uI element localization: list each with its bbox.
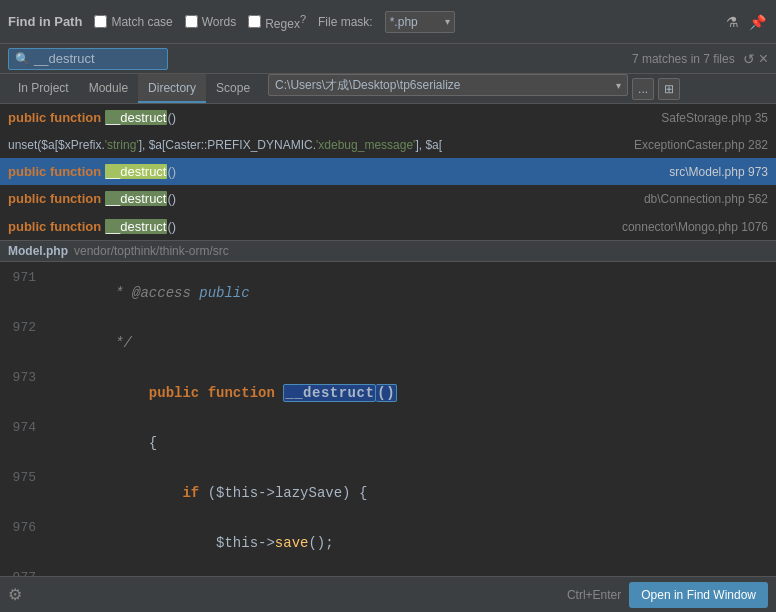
result-text: public function __destruct() [8,217,176,237]
gear-icon[interactable]: ⚙ [8,585,22,604]
tab-directory-label: Directory [148,81,196,95]
result-keyword: public function [8,191,105,206]
line-num: 971 [0,270,48,285]
result-filename: src\Model.php 973 [669,163,768,181]
result-item[interactable]: public function __destruct() SafeStorage… [0,104,776,132]
file-path-bar: Model.php vendor/topthink/think-orm/src [0,241,776,262]
toolbar-title: Find in Path [8,14,82,29]
regex-checkbox[interactable] [248,15,261,28]
file-path-rest: vendor/topthink/think-orm/src [74,244,229,258]
tab-in-project[interactable]: In Project [8,74,79,103]
line-num: 973 [0,370,48,385]
path-grid-button[interactable]: ⊞ [658,78,680,100]
result-highlight: __destruct [105,219,168,234]
match-case-checkbox[interactable] [94,15,107,28]
path-input[interactable]: C:\Users\才成\Desktop\tp6serialize ▾ [268,74,628,96]
result-keyword: public function [8,164,105,179]
result-filename: connector\Mongo.php 1076 [622,218,768,236]
close-icon[interactable]: × [759,50,768,68]
code-line-974: 974 { [0,418,776,468]
result-highlight: __destruct [105,164,168,179]
match-search-box[interactable]: 🔍 __destruct [8,48,168,70]
search-value: __destruct [34,51,95,66]
result-text: public function __destruct() [8,189,176,209]
toolbar-icons: ⚗ 📌 [724,12,768,32]
code-line-975: 975 if ($this->lazySave) { [0,468,776,518]
words-label: Words [202,15,236,29]
match-case-label: Match case [111,15,172,29]
result-item[interactable]: public function __destruct() src\Model.p… [0,158,776,186]
code-line-971: 971 * @access public [0,268,776,318]
toolbar: Find in Path Match case Words Regex? Fil… [0,0,776,44]
result-text: public function __destruct() [8,108,176,128]
path-dropdown-icon: ▾ [616,80,621,91]
code-line-973: 973 public function __destruct() [0,368,776,418]
result-keyword: public function [8,110,105,125]
line-num: 976 [0,520,48,535]
path-dots-button[interactable]: ... [632,78,654,100]
result-paren: () [167,164,176,179]
tabs-row: In Project Module Directory Scope C:\Use… [0,74,776,104]
result-keyword: public function [8,219,105,234]
line-content: * @access public [48,269,250,317]
open-find-window-button[interactable]: Open in Find Window [629,582,768,608]
tab-module[interactable]: Module [79,74,138,103]
match-count-text: 7 matches in 7 files [632,52,735,66]
code-line-972: 972 */ [0,318,776,368]
tab-in-project-label: In Project [18,81,69,95]
result-highlight: __destruct [105,110,168,125]
words-checkbox[interactable] [185,15,198,28]
line-content: $this->save(); [48,519,334,567]
pin-icon[interactable]: 📌 [747,12,768,32]
match-case-group: Match case [94,15,172,29]
result-filename: ExceptionCaster.php 282 [634,136,768,154]
line-content: if ($this->lazySave) { [48,469,367,517]
tab-directory[interactable]: Directory [138,74,206,103]
result-item[interactable]: public function __destruct() db\Connecti… [0,185,776,213]
tab-module-label: Module [89,81,128,95]
regex-group: Regex? [248,13,306,31]
result-filename: db\Connection.php 562 [644,190,768,208]
line-content: { [48,419,157,467]
path-buttons: ... ⊞ [632,74,680,103]
line-num: 975 [0,470,48,485]
code-line-976: 976 $this->save(); [0,518,776,568]
words-group: Words [185,15,236,29]
result-item[interactable]: unset($a[$xPrefix.'string'], $a[Caster::… [0,132,776,158]
line-content: public function __destruct() [48,369,397,417]
result-text: public function __destruct() [8,162,176,182]
results-list: public function __destruct() SafeStorage… [0,104,776,241]
file-path-name: Model.php [8,244,68,258]
line-num: 974 [0,420,48,435]
result-paren: () [167,191,176,206]
result-filename: SafeStorage.php 35 [661,109,768,127]
file-mask-input[interactable]: *.php ▾ [385,11,455,33]
file-mask-dropdown-icon: ▾ [445,16,450,27]
search-icon: 🔍 [15,52,30,66]
result-paren: () [167,110,176,125]
tab-scope[interactable]: Scope [206,74,260,103]
refresh-icon[interactable]: ↺ [743,51,755,67]
match-count-row: 🔍 __destruct 7 matches in 7 files ↺ × [0,44,776,74]
result-item[interactable]: public function __destruct() connector\M… [0,213,776,241]
path-value: C:\Users\才成\Desktop\tp6serialize [275,77,460,94]
regex-q-label: ? [300,13,306,25]
file-mask-label: File mask: [318,15,373,29]
tab-scope-label: Scope [216,81,250,95]
line-num: 972 [0,320,48,335]
filter-icon[interactable]: ⚗ [724,12,741,32]
main-content: 🔍 __destruct 7 matches in 7 files ↺ × In… [0,44,776,612]
result-paren: () [167,219,176,234]
shortcut-hint: Ctrl+Enter [567,588,621,602]
regex-label: Regex? [265,13,306,31]
result-highlight: __destruct [105,191,168,206]
line-content: */ [48,319,132,367]
result-text: unset($a[$xPrefix.'string'], $a[Caster::… [8,136,442,154]
code-area: 971 * @access public 972 */ 973 public f… [0,262,776,612]
bottom-bar: ⚙ Ctrl+Enter Open in Find Window [0,576,776,612]
file-mask-value: *.php [390,15,418,29]
